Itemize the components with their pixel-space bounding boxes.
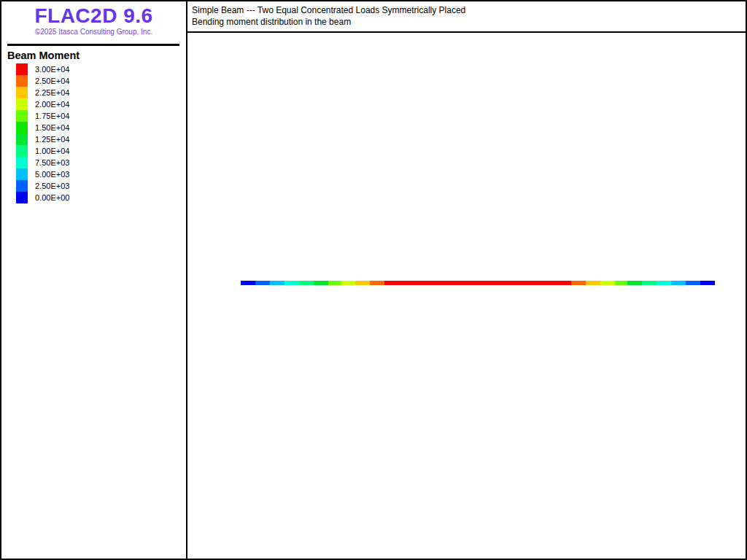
- legend-value-label: 1.25E+04: [35, 133, 69, 145]
- beam-segment: [657, 281, 671, 285]
- beam-moment-plot: [241, 281, 715, 285]
- copyright-text: ©2025 Itasca Consulting Group, Inc.: [1, 28, 186, 36]
- beam-segment: [241, 281, 255, 285]
- plot-area: [187, 33, 746, 559]
- legend-value-label: 7.50E+03: [35, 157, 69, 168]
- legend-color-swatch: [16, 75, 28, 87]
- legend-color-swatch: [16, 157, 28, 168]
- beam-segment: [615, 281, 627, 285]
- beam-segment: [299, 281, 314, 285]
- app-window: FLAC2D 9.6 ©2025 Itasca Consulting Group…: [0, 0, 747, 560]
- legend-value-label: 1.00E+04: [35, 145, 69, 157]
- legend-color-swatch: [16, 122, 28, 133]
- beam-segment: [642, 281, 657, 285]
- legend-item: 1.25E+04: [16, 133, 186, 145]
- beam-segment: [586, 281, 600, 285]
- plot-title-box: Simple Beam --- Two Equal Concentrated L…: [187, 1, 746, 33]
- legend-item: 0.00E+00: [16, 192, 186, 203]
- app-logo: FLAC2D 9.6: [1, 5, 186, 27]
- beam-segment: [700, 281, 715, 285]
- legend-color-swatch: [16, 145, 28, 157]
- legend-item: 2.50E+04: [16, 75, 186, 87]
- legend-item: 2.25E+04: [16, 87, 186, 98]
- sidebar-divider: [7, 44, 179, 46]
- legend-value-label: 2.25E+04: [35, 87, 69, 98]
- legend-value-label: 1.75E+04: [35, 110, 69, 122]
- legend-value-label: 2.50E+04: [35, 75, 69, 87]
- legend-color-swatch: [16, 180, 28, 192]
- plot-title-line2: Bending moment distribution in the beam: [192, 16, 746, 28]
- legend-color-swatch: [16, 168, 28, 180]
- beam-segment: [255, 281, 270, 285]
- beam-segment: [370, 281, 384, 285]
- beam-segment: [285, 281, 299, 285]
- legend-value-label: 1.50E+04: [35, 122, 69, 133]
- legend-item: 1.00E+04: [16, 145, 186, 157]
- beam-segment: [384, 281, 571, 285]
- plot-region: Simple Beam --- Two Equal Concentrated L…: [187, 1, 746, 559]
- beam-segment: [341, 281, 355, 285]
- sidebar: FLAC2D 9.6 ©2025 Itasca Consulting Group…: [1, 1, 187, 559]
- legend-color-swatch: [16, 110, 28, 122]
- legend-item: 1.50E+04: [16, 122, 186, 133]
- beam-segment: [314, 281, 328, 285]
- legend-title: Beam Moment: [7, 49, 186, 62]
- legend-item: 1.75E+04: [16, 110, 186, 122]
- legend-value-label: 0.00E+00: [35, 192, 69, 203]
- legend-value-label: 5.00E+03: [35, 168, 69, 180]
- plot-title-line1: Simple Beam --- Two Equal Concentrated L…: [192, 4, 746, 16]
- legend-color-swatch: [16, 192, 28, 203]
- beam-segment: [355, 281, 370, 285]
- legend-color-swatch: [16, 133, 28, 145]
- legend-item: 2.00E+04: [16, 98, 186, 110]
- beam-segment: [686, 281, 700, 285]
- legend-color-swatch: [16, 63, 28, 75]
- legend-value-label: 2.00E+04: [35, 98, 69, 110]
- beam-segment: [627, 281, 642, 285]
- legend-value-label: 3.00E+04: [35, 63, 69, 75]
- beam-segment: [671, 281, 686, 285]
- legend-item: 2.50E+03: [16, 180, 186, 192]
- beam-segment: [600, 281, 615, 285]
- legend-item: 5.00E+03: [16, 168, 186, 180]
- legend-value-label: 2.50E+03: [35, 180, 69, 192]
- beam-segment: [270, 281, 285, 285]
- legend-item: 7.50E+03: [16, 157, 186, 168]
- legend-scale: 3.00E+042.50E+042.25E+042.00E+041.75E+04…: [16, 63, 186, 203]
- beam-segment: [571, 281, 586, 285]
- beam-segment: [328, 281, 341, 285]
- legend-color-swatch: [16, 98, 28, 110]
- legend-color-swatch: [16, 87, 28, 98]
- legend-item: 3.00E+04: [16, 63, 186, 75]
